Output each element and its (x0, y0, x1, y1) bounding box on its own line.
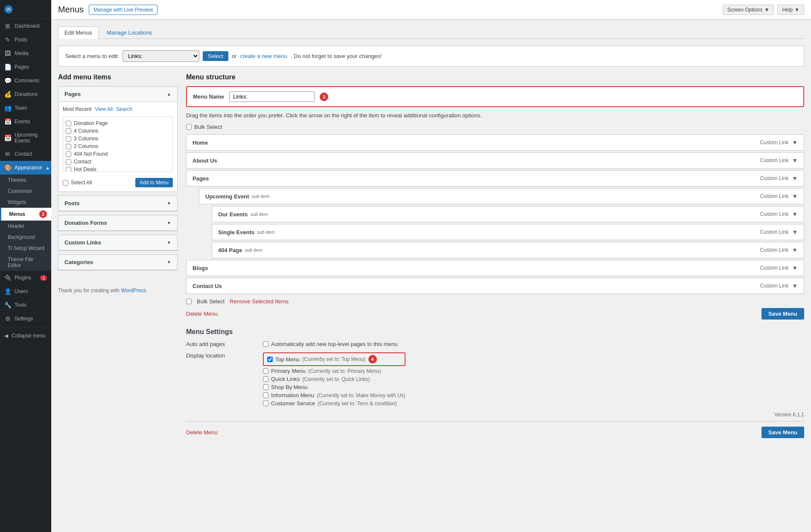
sidebar-item-posts[interactable]: ✎ Posts (0, 33, 51, 47)
donation-forms-accordion-header[interactable]: Donation Forms ▼ (58, 215, 177, 231)
quick-links-checkbox[interactable] (263, 376, 268, 382)
top-menu-badge: 4 (368, 355, 377, 363)
primary-menu-location-label: Primary Menu (Currently set to: Primary … (263, 368, 406, 374)
collapse-menu-item[interactable]: ◀ Collapse menu (0, 329, 51, 342)
menu-item-upcoming-event[interactable]: Upcoming Event sub item Custom Link ▼ (199, 188, 804, 204)
menu-item-home[interactable]: Home Custom Link ▼ (186, 134, 804, 151)
sidebar-item-background[interactable]: Background (0, 232, 51, 243)
help-button[interactable]: Help ▼ (777, 5, 804, 15)
menu-item-about-us-arrow[interactable]: ▼ (792, 157, 798, 164)
sidebar-item-tools[interactable]: 🔧 Tools (0, 298, 51, 312)
menu-select-dropdown[interactable]: Links: (123, 50, 199, 62)
menu-item-about-us[interactable]: About Us Custom Link ▼ (186, 152, 804, 169)
sidebar-item-donations[interactable]: 💰 Donations (0, 87, 51, 101)
tab-edit-menus[interactable]: Edit Menus (58, 26, 99, 39)
information-menu-checkbox[interactable] (263, 392, 268, 398)
menu-item-contact-us[interactable]: Contact Us Custom Link ▼ (186, 278, 804, 294)
primary-menu-checkbox[interactable] (263, 368, 268, 374)
page-checkbox-donation[interactable] (66, 121, 71, 126)
sidebar-item-users[interactable]: 👤 Users (0, 285, 51, 298)
bulk-select-checkbox-top[interactable] (186, 124, 192, 130)
page-checkbox-404[interactable] (66, 151, 71, 157)
sidebar-item-ti-setup[interactable]: TI Setup Wizard (0, 243, 51, 254)
page-checkbox-2col[interactable] (66, 144, 71, 149)
menu-item-contact-us-arrow[interactable]: ▼ (792, 282, 798, 289)
quick-links-location-label: Quick Links (Currently set to: Quick Lin… (263, 376, 406, 382)
menu-item-our-events[interactable]: Our Events sub item Custom Link ▼ (212, 206, 804, 222)
sidebar-item-theme-file-editor[interactable]: Theme File Editor (0, 254, 51, 271)
posts-accordion-header[interactable]: Posts ▼ (58, 196, 177, 211)
add-to-menu-button[interactable]: Add to Menu (135, 178, 173, 187)
sidebar-item-media[interactable]: 🖼 Media (0, 47, 51, 60)
wordpress-link[interactable]: WordPress (121, 288, 146, 294)
pages-tab-search[interactable]: Search (116, 106, 132, 112)
sidebar-item-upcoming-events[interactable]: 📆 Upcoming Events (0, 128, 51, 147)
page-checkbox-hot-deals[interactable] (66, 167, 71, 172)
remove-selected-button[interactable]: Remove Selected Items (230, 298, 289, 305)
pages-tab-view-all[interactable]: View All (95, 106, 113, 112)
save-menu-button-bottom[interactable]: Save Menu (761, 427, 804, 438)
menu-item-404-arrow[interactable]: ▼ (792, 247, 798, 253)
page-checkbox-4col[interactable] (66, 128, 71, 134)
menu-name-input[interactable] (229, 91, 315, 102)
delete-menu-link-bottom[interactable]: Delete Menu (186, 429, 218, 436)
sidebar-item-plugins[interactable]: 🔌 Plugins 1 (0, 271, 51, 285)
save-menu-button-top[interactable]: Save Menu (761, 308, 804, 320)
page-item-donation: Donation Page (66, 119, 170, 127)
menu-item-home-arrow[interactable]: ▼ (792, 139, 798, 146)
sidebar-item-widgets[interactable]: Widgets (0, 197, 51, 208)
auto-add-checkbox[interactable] (263, 341, 268, 347)
pages-tab-most-recent[interactable]: Most Recent (63, 106, 91, 112)
sidebar-item-pages[interactable]: 📄 Pages (0, 60, 51, 74)
sidebar-item-dashboard[interactable]: ⊞ Dashboard (0, 19, 51, 33)
pages-list: Donation Page 4 Columns 3 Columns (63, 116, 173, 172)
menu-item-about-us-name: About Us (193, 157, 217, 164)
bulk-select-checkbox-bottom[interactable] (186, 299, 192, 304)
custom-links-chevron-icon: ▼ (167, 240, 171, 245)
sidebar-item-events[interactable]: 📅 Events (0, 115, 51, 128)
topbar: Menus Manage with Live Preview Screen Op… (51, 0, 811, 20)
sidebar-item-appearance[interactable]: 🎨 Appearance ▲ (0, 161, 51, 174)
customer-service-checkbox[interactable] (263, 401, 268, 406)
menu-item-single-events-arrow[interactable]: ▼ (792, 229, 798, 235)
menu-item-pages[interactable]: Pages Custom Link ▼ (186, 170, 804, 186)
top-menu-checkbox[interactable] (267, 357, 273, 362)
sidebar-item-themes[interactable]: Themes (0, 174, 51, 186)
sidebar-item-comments[interactable]: 💬 Comments (0, 74, 51, 87)
select-button[interactable]: Select (203, 51, 228, 61)
page-checkbox-contact[interactable] (66, 159, 71, 165)
page-label-4col: 4 Columns (74, 128, 98, 134)
auto-add-checkbox-label: Automatically add new top-level pages to… (263, 341, 397, 347)
sidebar-item-header[interactable]: Header (0, 221, 51, 232)
sidebar-item-contact[interactable]: ✉ Contact (0, 147, 51, 161)
categories-accordion-header[interactable]: Categories ▼ (58, 255, 177, 270)
delete-menu-link-top[interactable]: Delete Menu (186, 311, 218, 317)
menu-item-upcoming-event-arrow[interactable]: ▼ (792, 193, 798, 200)
sidebar-item-settings[interactable]: ⚙ Settings (0, 312, 51, 326)
menu-item-single-events-name: Single Events (218, 229, 254, 235)
sidebar-item-team[interactable]: 👥 Team (0, 101, 51, 115)
content-area: Edit Menus Manage Locations Select a men… (51, 20, 811, 532)
upcoming-events-icon: 📆 (4, 134, 11, 141)
pages-accordion-header[interactable]: Pages ▲ (58, 87, 177, 102)
menu-item-blogs-arrow[interactable]: ▼ (792, 265, 798, 271)
live-preview-button[interactable]: Manage with Live Preview (89, 5, 158, 15)
custom-links-accordion-header[interactable]: Custom Links ▼ (58, 235, 177, 250)
menu-item-pages-arrow[interactable]: ▼ (792, 175, 798, 182)
menu-item-single-events[interactable]: Single Events sub item Custom Link ▼ (212, 224, 804, 240)
main-content: Menus Manage with Live Preview Screen Op… (51, 0, 811, 532)
select-all-checkbox[interactable] (63, 180, 68, 186)
page-checkbox-3col[interactable] (66, 136, 71, 142)
shop-by-menu-checkbox[interactable] (263, 384, 268, 390)
menu-item-our-events-arrow[interactable]: ▼ (792, 211, 798, 218)
page-item-3col: 3 Columns (66, 135, 170, 142)
menu-settings-section: Menu Settings Auto add pages Automatical… (186, 328, 804, 438)
sidebar-item-menus[interactable]: Menus 2 (0, 208, 51, 221)
menu-item-404-page[interactable]: 404 Page sub item Custom Link ▼ (212, 242, 804, 258)
help-chevron-icon: ▼ (794, 7, 799, 13)
sidebar-item-customize[interactable]: Customize (0, 186, 51, 197)
screen-options-button[interactable]: Screen Options ▼ (723, 5, 774, 15)
menu-item-blogs[interactable]: Blogs Custom Link ▼ (186, 260, 804, 276)
tab-manage-locations[interactable]: Manage Locations (100, 26, 158, 38)
create-new-menu-link[interactable]: create a new menu (240, 53, 287, 59)
